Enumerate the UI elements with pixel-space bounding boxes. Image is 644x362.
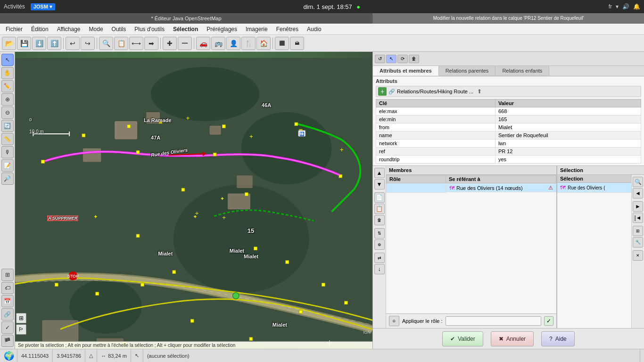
mb-down2[interactable]: ↓ (374, 264, 385, 274)
sel-props[interactable]: 🔧 (633, 237, 643, 247)
sel-table[interactable]: ⊞ (633, 226, 643, 236)
tb-building[interactable]: 🏠 (256, 37, 271, 50)
svg-point-2 (241, 112, 332, 185)
menu-plus-outils[interactable]: Plus d'outils (131, 25, 168, 33)
aide-button[interactable]: ? Aide (541, 331, 575, 346)
map-area[interactable]: STOP 🚻 + + + + + La Ramade 46A (15, 52, 372, 349)
lt-zoom-in[interactable]: ⊕ (1, 93, 14, 106)
menu-affichage[interactable]: Affichage (53, 25, 84, 33)
sel-right[interactable]: ► (633, 201, 643, 212)
lt-note[interactable]: 📝 (1, 159, 14, 172)
menu-prereglages[interactable]: Préréglages (203, 25, 241, 33)
lt-measure[interactable]: 📏 (1, 133, 14, 145)
lt-filter[interactable]: 🔎 (1, 173, 14, 185)
table-row[interactable]: ele:min165 (376, 115, 641, 123)
flag-btn[interactable]: 🏳 (16, 324, 26, 335)
tb-undo[interactable]: ↩ (66, 37, 80, 50)
panel-refresh[interactable]: ↺ (375, 55, 385, 63)
table-row[interactable]: ele:max668 (376, 107, 641, 115)
relation-label: Relations/Routes/Hiking Route ... (397, 89, 473, 94)
annuler-button[interactable]: ✖ Annuler (491, 331, 534, 346)
add-attribute-btn[interactable]: + (378, 87, 387, 96)
tb-stretch[interactable]: ⟷ (129, 37, 143, 50)
lon-value: 3.9415786 (57, 353, 81, 359)
tb-node[interactable]: ✚ (163, 37, 177, 50)
menu-outils[interactable]: Outils (108, 25, 130, 33)
tb-bus[interactable]: 🚌 (211, 37, 225, 50)
tb-food[interactable]: 🍴 (241, 37, 256, 50)
relation-header[interactable]: + 🔗 Relations/Routes/Hiking Route ... ⬆ (376, 86, 641, 97)
left-toolbar: ↖ ✋ ✏️ ⊕ ⊖ 🔄 📏 🎙 📝 🔎 ⊞ 🏷 📅 🔗 ✓ 🏴 (0, 52, 15, 349)
tb-zoom[interactable]: 🔍 (99, 37, 113, 50)
panel-delete[interactable]: 🗑 (409, 55, 419, 63)
menu-fenetres[interactable]: Fenêtres (272, 25, 302, 33)
lt-move[interactable]: ✋ (1, 67, 14, 79)
valider-button[interactable]: ✔ Valider (442, 331, 483, 346)
table-row[interactable]: 🗺 Rue des Oliviers (14 nœuds) ⚠ (387, 183, 556, 193)
tb-extra2[interactable]: 🏔 (290, 37, 304, 50)
menu-audio[interactable]: Audio (303, 25, 325, 33)
lt-validator[interactable]: ✓ (1, 321, 14, 334)
lt-zoom-out[interactable]: ⊖ (1, 107, 14, 119)
tb-person[interactable]: 👤 (226, 37, 240, 50)
language[interactable]: fr (609, 3, 612, 10)
lt-rotate[interactable]: 🔄 (1, 120, 14, 132)
tb-clipboard[interactable]: 📋 (114, 37, 128, 50)
tb-car[interactable]: 🚗 (196, 37, 210, 50)
table-row[interactable]: networklwn (376, 140, 641, 148)
sel-remove[interactable]: ✕ (633, 250, 643, 261)
lt-tags[interactable]: 🏷 (1, 282, 14, 294)
tb-save[interactable]: 💾 (17, 37, 31, 50)
tb-extra1[interactable]: ⬛ (275, 37, 289, 50)
tb-upload[interactable]: ⬆️ (47, 37, 61, 50)
tb-redo[interactable]: ↪ (81, 37, 95, 50)
mb-down[interactable]: ▼ (374, 179, 385, 189)
role-add-icon[interactable]: ⊕ (389, 316, 399, 326)
menu-fichier[interactable]: Fichier (2, 25, 26, 33)
panel-select[interactable]: ↖ (386, 55, 396, 63)
sel-left[interactable]: ◄ (633, 188, 643, 198)
sel-first[interactable]: |◄ (633, 213, 643, 223)
table-row[interactable]: fromMialet (376, 123, 641, 132)
tab-attributs[interactable]: Attributs et membres (373, 66, 439, 76)
lt-relations[interactable]: 🔗 (1, 308, 14, 321)
menu-edition[interactable]: Édition (27, 25, 52, 33)
table-row[interactable]: refPR 12 (376, 148, 641, 156)
lt-select[interactable]: ↖ (1, 54, 14, 66)
panel-action1[interactable]: ⟳ (397, 55, 408, 63)
mb-sort[interactable]: ⇅ (374, 228, 385, 239)
table-row[interactable]: nameSentier de Roquefeuil (376, 132, 641, 140)
menu-selection[interactable]: Sélection (169, 25, 202, 33)
list-item[interactable]: 🗺 Rue des Oliviers ( (557, 183, 631, 193)
activities-menu[interactable]: Activités (4, 3, 25, 10)
lt-history[interactable]: 📅 (1, 295, 14, 307)
tab-parents[interactable]: Relations parentes (439, 66, 496, 76)
sel-zoom[interactable]: 🔍 (633, 177, 643, 187)
lt-audio[interactable]: 🎙 (1, 146, 14, 158)
role-apply-btn[interactable]: ✓ (544, 316, 553, 326)
mb-up[interactable]: ▲ (374, 168, 385, 178)
layers-btn[interactable]: ⊞ (16, 313, 26, 323)
mb-copy[interactable]: 📄 (374, 192, 385, 203)
lt-draw[interactable]: ✏️ (1, 80, 14, 92)
mb-delete[interactable]: 🗑 (374, 215, 385, 225)
josm-logo[interactable]: JOSM ▾ (31, 3, 55, 10)
relation-expand[interactable]: ⬆ (477, 88, 482, 95)
tb-way[interactable]: ━━ (178, 37, 192, 50)
lt-flag[interactable]: 🏴 (1, 335, 14, 347)
tab-enfants[interactable]: Relations enfants (495, 66, 549, 76)
membres-table-container[interactable]: Rôle Se référant à 🗺 Rue des Oliviers (1… (386, 175, 556, 313)
tb-download[interactable]: ⬇️ (32, 37, 46, 50)
mb-add[interactable]: ⊕ (374, 239, 385, 250)
tb-arrow[interactable]: ➡ (144, 37, 158, 50)
selection-list[interactable]: Sélection 🗺 Rue des Oliviers ( (557, 175, 631, 328)
lt-layers[interactable]: ⊞ (1, 269, 14, 281)
mb-paste[interactable]: 📋 (374, 204, 385, 214)
menu-mode[interactable]: Mode (85, 25, 107, 33)
role-input[interactable] (446, 316, 541, 326)
svg-rect-36 (182, 188, 185, 191)
table-row[interactable]: roundtripyes (376, 156, 641, 164)
menu-imagerie[interactable]: Imagerie (242, 25, 272, 33)
mb-reverse[interactable]: ⇄ (374, 253, 385, 263)
tb-open[interactable]: 📂 (2, 37, 16, 50)
